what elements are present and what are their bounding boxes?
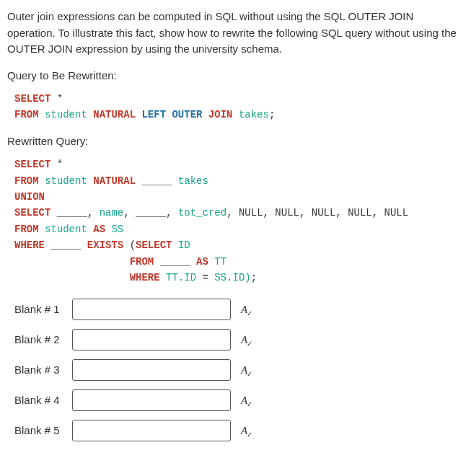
blank-label-1: Blank # 1 (14, 301, 72, 318)
rewritten-query-code: SELECT * FROM student NATURAL _____ take… (14, 157, 464, 286)
blank-row-5: Blank # 5 A (14, 420, 464, 441)
blank-row-2: Blank # 2 A (14, 329, 464, 351)
spellcheck-icon[interactable]: A (241, 362, 247, 379)
blank-row-4: Blank # 4 A (14, 389, 464, 411)
blank-label-2: Blank # 2 (14, 332, 72, 348)
blank-row-1: Blank # 1 A (14, 299, 464, 320)
blank-row-3: Blank # 3 A (14, 359, 464, 381)
spellcheck-icon[interactable]: A (241, 423, 247, 439)
blank-input-3[interactable] (72, 359, 231, 381)
blank-input-1[interactable] (72, 299, 231, 320)
blank-label-3: Blank # 3 (14, 362, 72, 379)
intro-text: Outer join expressions can be computed i… (7, 9, 464, 58)
rewritten-query-label: Rewritten Query: (7, 133, 464, 150)
blanks-container: Blank # 1 A Blank # 2 A Blank # 3 A Blan… (14, 299, 464, 441)
original-query-code: SELECT * FROM student NATURAL LEFT OUTER… (14, 91, 464, 123)
spellcheck-icon[interactable]: A (241, 332, 247, 348)
spellcheck-icon[interactable]: A (241, 301, 247, 318)
spellcheck-icon[interactable]: A (241, 392, 247, 409)
blank-input-2[interactable] (72, 329, 231, 351)
query-to-rewrite-label: Query to Be Rewritten: (7, 68, 464, 84)
blank-label-4: Blank # 4 (14, 392, 72, 409)
blank-label-5: Blank # 5 (14, 423, 72, 439)
blank-input-5[interactable] (72, 420, 231, 441)
blank-input-4[interactable] (72, 389, 231, 411)
